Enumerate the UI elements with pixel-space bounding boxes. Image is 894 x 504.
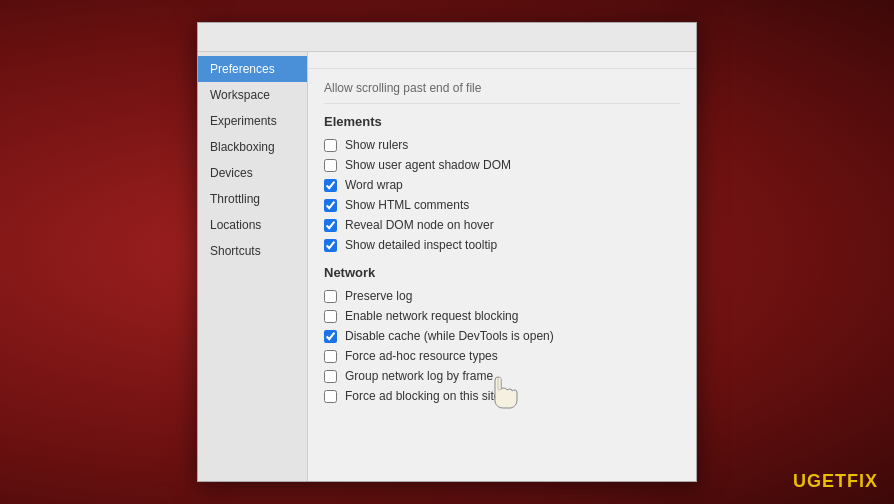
- sidebar: PreferencesWorkspaceExperimentsBlackboxi…: [198, 52, 308, 481]
- option-row-enable-network-request-blocking: Enable network request blocking: [324, 306, 680, 326]
- scrolled-partial-label: Allow scrolling past end of file: [324, 77, 680, 104]
- watermark-text1: UG: [793, 471, 822, 491]
- option-label-force-ad-hoc-resource-types: Force ad-hoc resource types: [345, 349, 498, 363]
- option-label-show-detailed-inspect: Show detailed inspect tooltip: [345, 238, 497, 252]
- option-label-disable-cache: Disable cache (while DevTools is open): [345, 329, 554, 343]
- sidebar-item-throttling[interactable]: Throttling: [198, 186, 307, 212]
- checkbox-show-user-agent-shadow-dom[interactable]: [324, 159, 337, 172]
- main-header: [308, 52, 696, 69]
- checkbox-enable-network-request-blocking[interactable]: [324, 310, 337, 323]
- sidebar-item-experiments[interactable]: Experiments: [198, 108, 307, 134]
- sidebar-item-shortcuts[interactable]: Shortcuts: [198, 238, 307, 264]
- dialog-titlebar: [198, 23, 696, 52]
- option-label-group-network-log-by-frame: Group network log by frame: [345, 369, 493, 383]
- watermark: UGETFIX: [793, 471, 878, 492]
- option-row-show-detailed-inspect: Show detailed inspect tooltip: [324, 235, 680, 255]
- main-panel: Allow scrolling past end of fileElements…: [308, 52, 696, 481]
- checkbox-group-network-log-by-frame[interactable]: [324, 370, 337, 383]
- dialog-body: PreferencesWorkspaceExperimentsBlackboxi…: [198, 52, 696, 481]
- sidebar-item-preferences[interactable]: Preferences: [198, 56, 307, 82]
- sidebar-item-workspace[interactable]: Workspace: [198, 82, 307, 108]
- option-row-word-wrap: Word wrap: [324, 175, 680, 195]
- option-row-disable-cache: Disable cache (while DevTools is open): [324, 326, 680, 346]
- option-row-show-rulers: Show rulers: [324, 135, 680, 155]
- checkbox-reveal-dom-node[interactable]: [324, 219, 337, 232]
- option-row-reveal-dom-node: Reveal DOM node on hover: [324, 215, 680, 235]
- sidebar-item-blackboxing[interactable]: Blackboxing: [198, 134, 307, 160]
- option-row-group-network-log-by-frame: Group network log by frame: [324, 366, 680, 386]
- sidebar-item-locations[interactable]: Locations: [198, 212, 307, 238]
- settings-dialog: PreferencesWorkspaceExperimentsBlackboxi…: [197, 22, 697, 482]
- option-row-show-html-comments: Show HTML comments: [324, 195, 680, 215]
- option-row-force-ad-hoc-resource-types: Force ad-hoc resource types: [324, 346, 680, 366]
- checkbox-show-html-comments[interactable]: [324, 199, 337, 212]
- option-label-force-ad-blocking: Force ad blocking on this site: [345, 389, 500, 403]
- option-row-force-ad-blocking: Force ad blocking on this site: [324, 386, 680, 406]
- checkbox-show-rulers[interactable]: [324, 139, 337, 152]
- option-label-reveal-dom-node: Reveal DOM node on hover: [345, 218, 494, 232]
- option-row-preserve-log: Preserve log: [324, 286, 680, 306]
- option-label-show-rulers: Show rulers: [345, 138, 408, 152]
- checkbox-preserve-log[interactable]: [324, 290, 337, 303]
- option-label-show-user-agent-shadow-dom: Show user agent shadow DOM: [345, 158, 511, 172]
- checkbox-word-wrap[interactable]: [324, 179, 337, 192]
- watermark-accent: ET: [822, 471, 847, 491]
- section-title-elements: Elements: [324, 114, 680, 129]
- checkbox-show-detailed-inspect[interactable]: [324, 239, 337, 252]
- section-title-network: Network: [324, 265, 680, 280]
- watermark-text2: FIX: [847, 471, 878, 491]
- option-label-show-html-comments: Show HTML comments: [345, 198, 469, 212]
- option-row-show-user-agent-shadow-dom: Show user agent shadow DOM: [324, 155, 680, 175]
- close-button[interactable]: [670, 29, 686, 45]
- sidebar-item-devices[interactable]: Devices: [198, 160, 307, 186]
- checkbox-force-ad-blocking[interactable]: [324, 390, 337, 403]
- checkbox-force-ad-hoc-resource-types[interactable]: [324, 350, 337, 363]
- option-label-preserve-log: Preserve log: [345, 289, 412, 303]
- option-label-enable-network-request-blocking: Enable network request blocking: [345, 309, 518, 323]
- option-label-word-wrap: Word wrap: [345, 178, 403, 192]
- main-content[interactable]: Allow scrolling past end of fileElements…: [308, 69, 696, 481]
- checkbox-disable-cache[interactable]: [324, 330, 337, 343]
